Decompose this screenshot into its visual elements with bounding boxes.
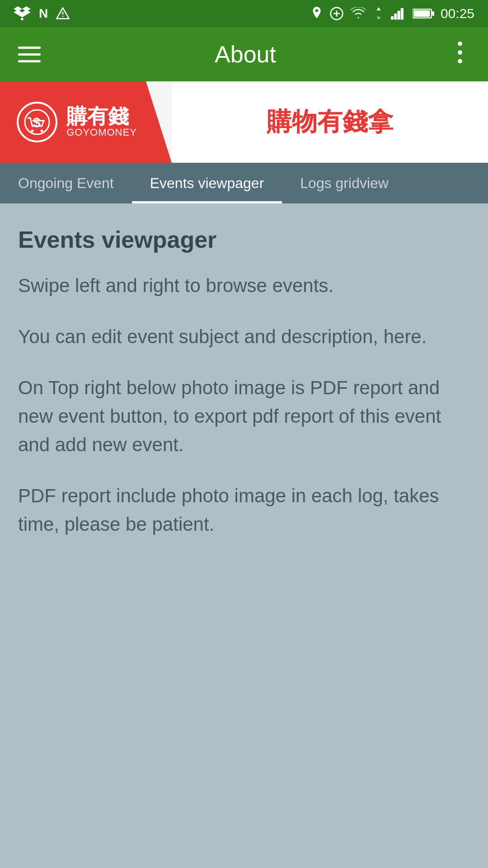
svg-rect-14 — [401, 8, 404, 20]
svg-point-19 — [458, 50, 462, 55]
n-icon: N — [39, 6, 48, 21]
svg-rect-17 — [413, 10, 430, 17]
content-para-1: Swipe left and right to browse events. — [18, 271, 470, 300]
svg-rect-12 — [394, 14, 397, 19]
content-title: Events viewpager — [18, 226, 470, 253]
more-options-button[interactable] — [450, 40, 470, 68]
svg-point-24 — [41, 130, 43, 132]
banner-right-section: 購物有錢拿 — [172, 81, 488, 163]
status-bar: N — [0, 0, 488, 27]
tab-logs-gridview[interactable]: Logs gridview — [282, 163, 407, 203]
dropbox-icon — [14, 6, 31, 21]
status-icons-right: 00:25 — [310, 6, 474, 21]
svg-point-23 — [31, 130, 34, 132]
banner-logo: $ 購有錢 GOYOMONEY — [8, 102, 164, 142]
app-bar: About — [0, 27, 488, 81]
svg-rect-11 — [391, 16, 394, 19]
banner-tagline: 購物有錢拿 — [267, 105, 393, 139]
svg-point-20 — [458, 59, 462, 63]
brand-logo-icon: $ — [23, 108, 51, 136]
plus-circle-icon — [329, 6, 344, 21]
page-title: About — [215, 41, 276, 68]
content-para-4: PDF report include photo image in each l… — [18, 481, 470, 538]
brand-chinese-text: 購有錢 — [66, 106, 129, 127]
svg-rect-16 — [432, 11, 434, 16]
tabs-bar: Ongoing Event Events viewpager Logs grid… — [0, 163, 488, 203]
svg-text:$: $ — [33, 115, 41, 130]
svg-point-7 — [62, 16, 64, 17]
signal-icon — [391, 7, 406, 20]
content-area: Events viewpager Swipe left and right to… — [0, 203, 488, 868]
battery-icon — [413, 8, 434, 19]
tab-ongoing-event[interactable]: Ongoing Event — [0, 163, 132, 203]
brand-english-text: GOYOMONEY — [66, 127, 137, 138]
banner: $ 購有錢 GOYOMONEY 購物有錢拿 — [0, 81, 488, 163]
status-icons-left: N — [14, 6, 70, 21]
banner-left-section: $ 購有錢 GOYOMONEY — [0, 81, 172, 163]
hamburger-menu-button[interactable] — [18, 47, 41, 62]
wifi-icon — [350, 7, 366, 20]
alert-icon — [56, 7, 70, 20]
content-para-2: You can edit event subject and descripti… — [18, 322, 470, 351]
svg-point-18 — [458, 42, 462, 46]
brand-name-area: 購有錢 GOYOMONEY — [66, 106, 137, 138]
svg-rect-13 — [397, 11, 400, 19]
svg-point-5 — [21, 18, 23, 20]
tab-events-viewpager[interactable]: Events viewpager — [132, 163, 282, 203]
data-icon — [373, 7, 385, 20]
time-display: 00:25 — [441, 6, 474, 21]
content-para-3: On Top right below photo image is PDF re… — [18, 373, 470, 459]
location-icon — [310, 7, 323, 20]
